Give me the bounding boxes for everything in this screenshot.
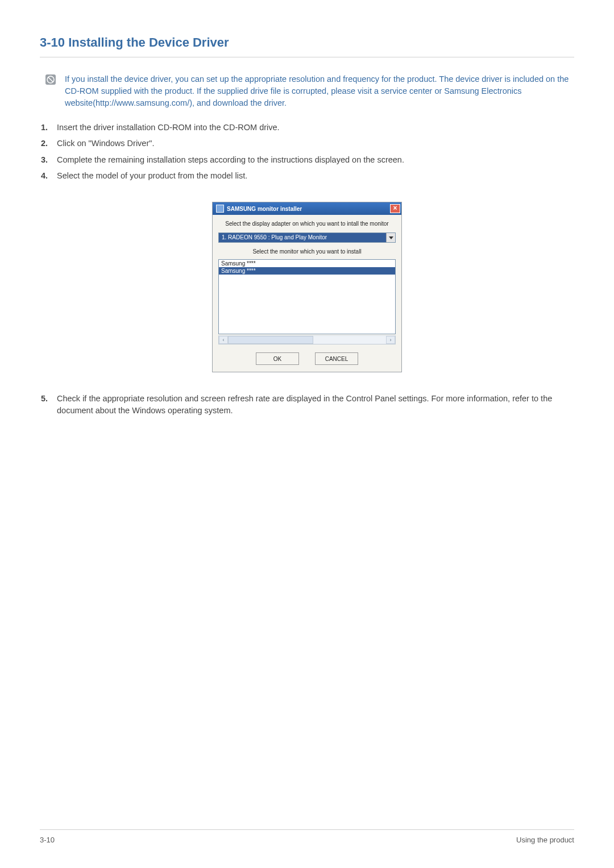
page-footer: 3-10 Using the product xyxy=(40,829,574,844)
note-text: If you install the device driver, you ca… xyxy=(65,73,574,109)
info-icon xyxy=(45,74,56,85)
list-item[interactable]: Samsung **** xyxy=(219,267,395,275)
step-number: 3. xyxy=(41,154,51,165)
step-item: 4. Select the model of your product from… xyxy=(41,170,574,181)
scroll-track[interactable] xyxy=(313,336,386,344)
step-number: 5. xyxy=(41,393,51,416)
step-text: Click on "Windows Driver". xyxy=(57,138,154,149)
note-block: If you install the device driver, you ca… xyxy=(45,73,574,109)
scroll-thumb[interactable] xyxy=(228,336,313,344)
horizontal-scrollbar[interactable]: ‹ › xyxy=(218,335,396,344)
step-item: 1. Insert the driver installation CD-ROM… xyxy=(41,122,574,133)
step-item: 2. Click on "Windows Driver". xyxy=(41,138,574,149)
monitor-label: Select the monitor which you want to ins… xyxy=(218,248,396,255)
footer-right: Using the product xyxy=(516,836,574,844)
step-number: 2. xyxy=(41,138,51,149)
step-number: 4. xyxy=(41,170,51,181)
installer-dialog: SAMSUNG monitor installer × Select the d… xyxy=(212,202,402,372)
list-item[interactable]: Samsung **** xyxy=(219,260,395,267)
step-item: 5. Check if the appropriate resolution a… xyxy=(41,393,574,416)
ok-button[interactable]: OK xyxy=(256,352,299,365)
close-button[interactable]: × xyxy=(390,204,400,213)
adapter-combobox[interactable]: 1. RADEON 9550 : Plug and Play Monitor xyxy=(218,232,396,243)
step-text: Select the model of your product from th… xyxy=(57,170,247,181)
step-number: 1. xyxy=(41,122,51,133)
scroll-right-button[interactable]: › xyxy=(386,336,395,344)
chevron-down-icon[interactable] xyxy=(386,233,395,242)
section-heading: 3-10 Installing the Device Driver xyxy=(40,35,574,57)
cancel-button[interactable]: CANCEL xyxy=(315,352,358,365)
footer-left: 3-10 xyxy=(40,836,55,844)
step-text: Insert the driver installation CD-ROM in… xyxy=(57,122,280,133)
steps-list: 1. Insert the driver installation CD-ROM… xyxy=(41,122,574,181)
dialog-title: SAMSUNG monitor installer xyxy=(227,206,302,212)
step-text: Check if the appropriate resolution and … xyxy=(57,393,574,416)
monitor-listbox[interactable]: Samsung **** Samsung **** xyxy=(218,259,396,334)
app-icon xyxy=(216,205,224,213)
step-text: Complete the remaining installation step… xyxy=(57,154,404,165)
scroll-left-button[interactable]: ‹ xyxy=(219,336,228,344)
dialog-titlebar[interactable]: SAMSUNG monitor installer × xyxy=(213,202,401,215)
svg-line-1 xyxy=(48,77,53,82)
adapter-value: 1. RADEON 9550 : Plug and Play Monitor xyxy=(219,233,386,242)
adapter-label: Select the display adapter on which you … xyxy=(218,221,396,227)
step-item: 3. Complete the remaining installation s… xyxy=(41,154,574,165)
steps-list-continued: 5. Check if the appropriate resolution a… xyxy=(41,393,574,416)
